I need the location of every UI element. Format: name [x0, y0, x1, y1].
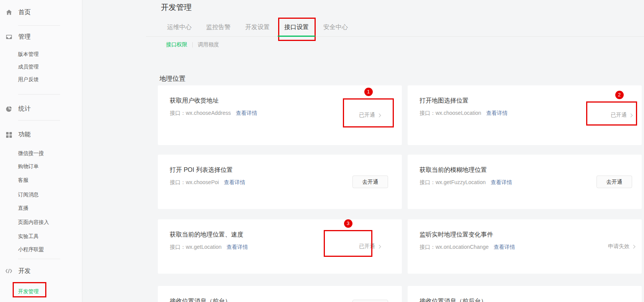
api-card-get-location: 获取当前的地理位置、速度 接口：wx.getLocation 查看详情 已开通 …	[158, 219, 402, 274]
chevron-right-icon	[377, 113, 381, 117]
api-card-choose-address: 获取用户收货地址 接口：wx.chooseAddress 查看详情 已开通 1	[158, 85, 402, 145]
status-opened[interactable]: 已开通	[351, 112, 388, 119]
tab-api-settings[interactable]: 接口设置	[278, 20, 315, 37]
view-details-link[interactable]: 查看详情	[226, 244, 248, 250]
api-card-title: 监听实时地理位置变化事件	[408, 219, 642, 239]
card-row: 打开 POI 列表选择位置 接口：wx.choosePoi 查看详情 去开通 获…	[158, 155, 642, 209]
api-name: wx.getLocation	[186, 244, 221, 250]
api-card-title: 获取当前的地理位置、速度	[158, 219, 402, 239]
sidebar-item-home[interactable]: 首页	[0, 8, 82, 17]
grid-icon	[5, 131, 12, 138]
view-details-link[interactable]: 查看详情	[236, 110, 257, 116]
sidebar-item-live[interactable]: 直播	[0, 205, 82, 212]
status-opened[interactable]: 已开通	[351, 243, 388, 250]
sidebar-divider	[18, 259, 60, 259]
api-card-title: 打开地图选择位置	[408, 85, 642, 105]
api-card-location-message-front-back: 接收位置消息（前后台）	[408, 286, 642, 302]
sidebar-item-manage[interactable]: 管理	[0, 32, 82, 41]
chevron-right-icon	[629, 113, 633, 117]
subtab-api-permission[interactable]: 接口权限	[166, 41, 187, 48]
api-card-location-message-foreground: 接收位置消息（前台） 去开通	[158, 286, 402, 302]
chevron-right-icon	[377, 245, 381, 248]
sidebar-item-label: 功能	[18, 131, 31, 139]
chevron-right-icon	[632, 245, 636, 248]
api-label: 接口：	[170, 110, 186, 116]
api-card-title: 获取当前的模糊地理位置	[408, 155, 642, 174]
api-name: wx.onLocationChange	[436, 244, 489, 250]
tab-monitor-alert[interactable]: 监控告警	[200, 20, 237, 37]
tab-security-center[interactable]: 安全中心	[317, 20, 354, 37]
api-label: 接口：	[170, 179, 186, 185]
sidebar-item-shopping-orders[interactable]: 购物订单	[0, 163, 82, 170]
api-card-title: 获取用户收货地址	[158, 85, 402, 105]
sidebar-item-miniprogram-union[interactable]: 小程序联盟	[0, 246, 82, 253]
activate-button[interactable]: 去开通	[352, 176, 388, 188]
sidebar-item-develop[interactable]: 开发	[0, 266, 82, 276]
sidebar-item-statistics[interactable]: 统计	[0, 104, 82, 113]
subtab-separator	[192, 42, 193, 47]
sidebar-item-version-manage[interactable]: 版本管理	[0, 51, 82, 58]
sidebar-item-label: 统计	[18, 105, 31, 113]
api-card-grid: 获取用户收货地址 接口：wx.chooseAddress 查看详情 已开通 1 …	[158, 85, 642, 302]
view-details-link[interactable]: 查看详情	[486, 110, 508, 116]
tab-ops-center[interactable]: 运维中心	[161, 20, 198, 37]
api-card-get-fuzzy-location: 获取当前的模糊地理位置 接口：wx.getFuzzyLocation 查看详情 …	[408, 155, 642, 209]
sidebar-divider	[18, 94, 60, 95]
view-details-link[interactable]: 查看详情	[493, 244, 515, 250]
sidebar-item-wechat-search[interactable]: 微信搜一搜	[0, 150, 82, 157]
activate-button[interactable]: 去开通	[596, 176, 632, 188]
sidebar-item-label: 首页	[18, 8, 31, 16]
main-content: 开发管理 运维中心 监控告警 开发设置 接口设置 安全中心 接口权限 调用额度 …	[83, 0, 644, 302]
api-label: 接口：	[420, 179, 436, 185]
api-card-on-location-change: 监听实时地理位置变化事件 接口：wx.onLocationChange 查看详情…	[408, 219, 642, 274]
sidebar-item-customer-service[interactable]: 客服	[0, 177, 82, 184]
sidebar-item-page-content[interactable]: 页面内容接入	[0, 219, 82, 226]
inbox-icon	[5, 33, 12, 40]
api-name: wx.chooseLocation	[436, 110, 481, 116]
view-details-link[interactable]: 查看详情	[224, 179, 245, 185]
api-card-title: 打开 POI 列表选择位置	[158, 155, 402, 174]
sidebar-divider	[18, 25, 60, 26]
api-name: wx.choosePoi	[186, 179, 219, 185]
sidebar-item-label: 开发	[18, 267, 31, 275]
tab-bar: 运维中心 监控告警 开发设置 接口设置 安全中心	[146, 20, 644, 37]
sidebar-item-features[interactable]: 功能	[0, 130, 82, 139]
sidebar-item-develop-manage[interactable]: 开发管理	[0, 288, 82, 295]
status-opened[interactable]: 已开通	[605, 112, 638, 119]
api-name: wx.chooseAddress	[186, 110, 231, 116]
section-title-geolocation: 地理位置	[159, 74, 185, 83]
status-application-expired[interactable]: 申请失效	[605, 243, 638, 250]
subtab-bar: 接口权限 调用额度	[166, 41, 219, 48]
sidebar-divider	[18, 120, 60, 121]
api-label: 接口：	[420, 110, 436, 116]
api-card-choose-location: 打开地图选择位置 接口：wx.chooseLocation 查看详情 已开通 2	[408, 85, 642, 145]
sidebar-item-member-manage[interactable]: 成员管理	[0, 64, 82, 70]
sidebar-item-user-feedback[interactable]: 用户反馈	[0, 76, 82, 83]
sidebar-item-lab-tools[interactable]: 实验工具	[0, 233, 82, 240]
api-label: 接口：	[170, 244, 186, 250]
card-row: 获取当前的地理位置、速度 接口：wx.getLocation 查看详情 已开通 …	[158, 219, 642, 274]
api-name: wx.getFuzzyLocation	[436, 179, 486, 185]
api-card-choose-poi: 打开 POI 列表选择位置 接口：wx.choosePoi 查看详情 去开通	[158, 155, 402, 209]
code-icon	[5, 268, 12, 274]
tab-dev-settings[interactable]: 开发设置	[239, 20, 276, 37]
api-label: 接口：	[420, 244, 436, 250]
subtab-call-quota[interactable]: 调用额度	[198, 41, 219, 48]
sidebar: 首页 管理 版本管理 成员管理 用户反馈 统计 功能 微信搜一搜 购物订单 客服…	[0, 0, 82, 302]
home-icon	[5, 9, 12, 16]
card-row: 获取用户收货地址 接口：wx.chooseAddress 查看详情 已开通 1 …	[158, 85, 642, 145]
sidebar-item-subscribe-message[interactable]: 订阅消息	[0, 191, 82, 198]
activate-button[interactable]: 去开通	[352, 300, 388, 302]
page-title: 开发管理	[161, 2, 192, 13]
api-card-title: 接收位置消息（前后台）	[408, 286, 642, 302]
card-row: 接收位置消息（前台） 去开通 接收位置消息（前后台）	[158, 286, 642, 302]
sidebar-item-label: 管理	[18, 33, 31, 41]
pie-chart-icon	[5, 105, 12, 112]
view-details-link[interactable]: 查看详情	[491, 179, 512, 185]
